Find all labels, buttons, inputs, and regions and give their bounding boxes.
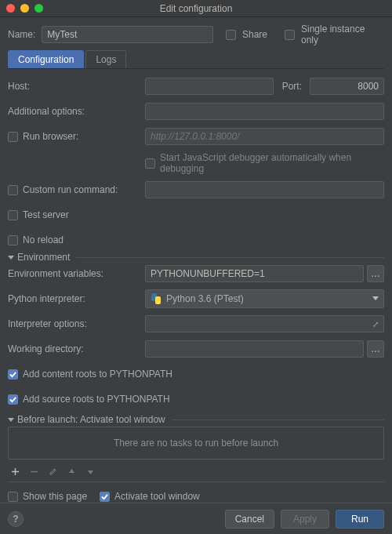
port-input[interactable] — [310, 78, 384, 95]
tab-bar: Configuration Logs — [8, 50, 384, 69]
activate-tool-window-label: Activate tool window — [114, 491, 200, 502]
task-toolbar — [8, 463, 384, 482]
dialog-footer: ? Cancel Apply Run — [0, 503, 392, 534]
no-reload-label: No reload — [23, 234, 64, 245]
custom-run-input[interactable] — [145, 181, 384, 198]
chevron-down-icon — [372, 296, 379, 300]
chevron-down-icon — [8, 418, 14, 422]
expand-icon[interactable]: ⤢ — [372, 320, 379, 329]
name-label: Name: — [8, 29, 35, 40]
before-launch-section-label: Before launch: Activate tool window — [17, 414, 165, 425]
port-label: Port: — [277, 81, 307, 92]
custom-run-label: Custom run command: — [23, 184, 118, 195]
additional-options-label: Additional options: — [8, 106, 145, 117]
tab-configuration[interactable]: Configuration — [8, 50, 84, 68]
apply-button: Apply — [281, 510, 329, 529]
js-debugger-label: Start JavaScript debugger automatically … — [160, 152, 384, 174]
interpreter-options-input[interactable] — [151, 315, 372, 332]
custom-run-checkbox[interactable] — [8, 185, 18, 195]
single-instance-label: Single instance only — [301, 24, 384, 45]
add-task-button[interactable] — [9, 466, 20, 477]
environment-section-label: Environment — [17, 252, 70, 263]
chevron-down-icon — [8, 256, 14, 260]
run-button[interactable]: Run — [336, 510, 384, 529]
working-dir-input[interactable] — [145, 340, 364, 358]
run-browser-label: Run browser: — [23, 131, 78, 142]
add-source-roots-checkbox[interactable] — [8, 394, 18, 405]
activate-tool-window-checkbox[interactable] — [100, 492, 110, 502]
no-reload-checkbox[interactable] — [8, 235, 18, 245]
help-button[interactable]: ? — [8, 511, 24, 527]
before-launch-task-list: There are no tasks to run before launch — [8, 427, 384, 460]
interpreter-value: Python 3.6 (PTest) — [166, 293, 244, 304]
window-controls — [6, 4, 43, 13]
minimize-window-button[interactable] — [20, 4, 29, 13]
cancel-button[interactable]: Cancel — [225, 510, 274, 529]
titlebar: Edit configuration — [0, 0, 392, 17]
additional-options-input[interactable] — [145, 103, 384, 120]
run-browser-input[interactable] — [145, 128, 384, 145]
add-content-roots-label: Add content roots to PYTHONPATH — [23, 369, 172, 380]
working-dir-label: Working directory: — [8, 343, 145, 354]
run-browser-checkbox[interactable] — [8, 132, 18, 142]
edit-task-button — [47, 466, 58, 477]
environment-section-toggle[interactable]: Environment — [8, 252, 76, 263]
js-debugger-checkbox[interactable] — [145, 158, 155, 169]
show-this-page-label: Show this page — [23, 491, 87, 502]
python-icon — [151, 293, 162, 304]
interpreter-dropdown[interactable]: Python 3.6 (PTest) — [145, 289, 384, 308]
single-instance-checkbox[interactable] — [285, 30, 295, 40]
move-down-button — [85, 466, 96, 477]
tab-logs[interactable]: Logs — [85, 50, 126, 68]
working-dir-browse-button[interactable]: … — [367, 340, 384, 358]
add-source-roots-label: Add source roots to PYTHONPATH — [23, 394, 170, 405]
window-title: Edit configuration — [0, 3, 392, 14]
test-server-label: Test server — [23, 209, 69, 220]
before-launch-empty-text: There are no tasks to run before launch — [114, 438, 278, 449]
before-launch-section-toggle[interactable]: Before launch: Activate tool window — [8, 414, 172, 425]
close-window-button[interactable] — [6, 4, 15, 13]
move-up-button — [66, 466, 77, 477]
host-label: Host: — [8, 81, 145, 92]
interpreter-options-label: Interpreter options: — [8, 318, 145, 329]
zoom-window-button[interactable] — [34, 4, 43, 13]
share-checkbox[interactable] — [226, 30, 236, 40]
share-label: Share — [242, 29, 267, 40]
name-input[interactable] — [42, 26, 213, 43]
interpreter-label: Python interpreter: — [8, 293, 145, 304]
add-content-roots-checkbox[interactable] — [8, 369, 18, 380]
env-vars-edit-button[interactable]: … — [367, 265, 384, 282]
env-vars-label: Environment variables: — [8, 268, 145, 279]
remove-task-button — [28, 466, 39, 477]
show-this-page-checkbox[interactable] — [8, 492, 18, 502]
env-vars-input[interactable] — [145, 265, 364, 282]
host-input[interactable] — [145, 78, 274, 95]
test-server-checkbox[interactable] — [8, 210, 18, 220]
